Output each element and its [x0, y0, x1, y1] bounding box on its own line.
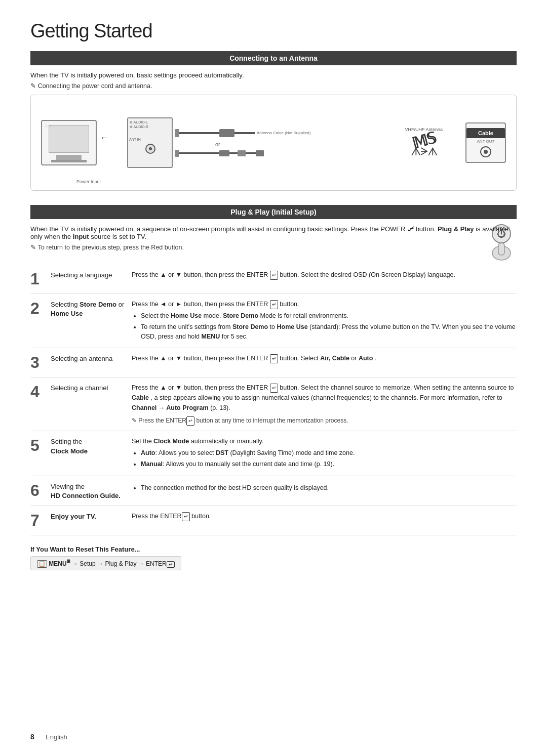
enter-icon-4: ↵	[270, 384, 278, 393]
step-6-row: 6 Viewing theHD Connection Guide. The co…	[30, 476, 517, 506]
cable-connectors: Antenna Cable (Not Supplied) or	[175, 115, 403, 171]
step-6-number: 6	[30, 476, 51, 506]
ant-in-connector	[145, 144, 155, 154]
step-3-row: 3 Selecting an antenna Press the ▲ or ▼ …	[30, 348, 517, 377]
step-6-title: Viewing theHD Connection Guide.	[51, 476, 132, 506]
section-plug-play: Plug & Play (Initial Setup) When the TV …	[30, 205, 517, 570]
cable-box-label: Cable	[466, 128, 505, 138]
step-1-number: 1	[30, 265, 51, 294]
reset-title: If You Want to Reset This Feature...	[30, 545, 517, 553]
step-5-row: 5 Setting theClock Mode Set the Clock Mo…	[30, 431, 517, 476]
page-language: English	[46, 733, 67, 741]
menu-path: 📋 MENUⅢ → Setup → Plug & Play → ENTER↵	[30, 556, 181, 570]
step-2-desc: Press the ◄ or ► button, then press the …	[132, 294, 517, 348]
step-4-number: 4	[30, 377, 51, 431]
steps-table: 1 Selecting a language Press the ▲ or ▼ …	[30, 265, 517, 535]
step-5-desc: Set the Clock Mode automatically or manu…	[132, 431, 517, 476]
antenna-diagram: ○ ○ ← ⊕ AUDIO-L⊕ AUDIO-R ANT IN	[30, 95, 517, 191]
step-3-number: 3	[30, 348, 51, 377]
or-text: or	[215, 141, 220, 147]
connector-panel: ⊕ AUDIO-L⊕ AUDIO-R ANT IN	[127, 117, 173, 168]
antenna-note: Connecting the power cord and antenna.	[30, 82, 517, 90]
section-antenna: Connecting to an Antenna When the TV is …	[30, 51, 517, 191]
enter-icon-1: ↵	[270, 271, 278, 280]
vhf-antenna: VHF/UHF Antenna 𝕄𝕊 ᗑᗒᗑ	[405, 127, 443, 158]
step-4-title: Selecting a channel	[51, 377, 132, 431]
step-3-title: Selecting an antenna	[51, 348, 132, 377]
step-1-row: 1 Selecting a language Press the ▲ or ▼ …	[30, 265, 517, 294]
step-7-title: Enjoy your TV.	[51, 506, 132, 535]
ant-out-label: ANT OUT	[477, 139, 495, 144]
svg-rect-1	[498, 243, 504, 255]
ant-in-label: ANT IN	[129, 138, 141, 141]
section-antenna-header: Connecting to an Antenna	[30, 51, 517, 65]
reset-section: If You Want to Reset This Feature... 📋 M…	[30, 545, 517, 570]
step-4-row: 4 Selecting a channel Press the ▲ or ▼ b…	[30, 377, 517, 431]
step-4-desc: Press the ▲ or ▼ button, then press the …	[132, 377, 517, 431]
step-5-title: Setting theClock Mode	[51, 431, 132, 476]
enter-icon-2: ↵	[270, 300, 278, 309]
page-number: 8	[30, 733, 34, 741]
enter-icon-3: ↵	[270, 354, 278, 363]
step-3-desc: Press the ▲ or ▼ button, then press the …	[132, 348, 517, 377]
step-2-row: 2 Selecting Store Demo or Home Use Press…	[30, 294, 517, 348]
cable-box: Cable ANT OUT	[465, 122, 506, 163]
tv-illustration: ○ ○	[41, 120, 97, 165]
ant-out-connector	[480, 146, 491, 157]
step-4-note: Press the ENTER↵ button at any time to i…	[132, 416, 517, 426]
step-5-number: 5	[30, 431, 51, 476]
step-2-title: Selecting Store Demo or Home Use	[51, 294, 132, 348]
step-1-title: Selecting a language	[51, 265, 132, 294]
enter-icon-7: ↵	[182, 512, 190, 521]
plug-play-note: To return to the previous step, press th…	[30, 243, 517, 251]
step-6-desc: The connection method for the best HD sc…	[132, 476, 517, 506]
step-7-number: 7	[30, 506, 51, 535]
antenna-intro: When the TV is initially powered on, bas…	[30, 71, 517, 79]
step-7-desc: Press the ENTER↵ button.	[132, 506, 517, 535]
power-label: Power Input	[76, 179, 101, 184]
plug-play-intro: When the TV is initially powered on, a s…	[30, 225, 517, 240]
page-title: Getting Started	[30, 20, 517, 42]
step-7-row: 7 Enjoy your TV. Press the ENTER↵ button…	[30, 506, 517, 535]
step-2-number: 2	[30, 294, 51, 348]
step-1-desc: Press the ▲ or ▼ button, then press the …	[132, 265, 517, 294]
section-plug-play-header: Plug & Play (Initial Setup)	[30, 205, 517, 219]
arrow-left: ←	[100, 133, 109, 143]
